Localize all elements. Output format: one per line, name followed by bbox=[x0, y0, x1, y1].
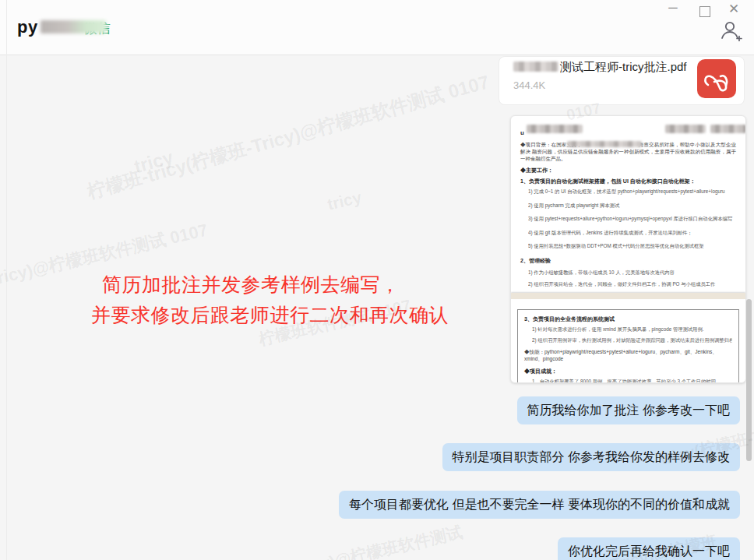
scrollbar-thumb[interactable] bbox=[746, 299, 752, 461]
resume-line: 3) 使用 pytest+requests+allure+python+logu… bbox=[528, 216, 736, 223]
resume-line: 2) 组织召开用例评审，执行测试用例，对缺陷验证并跟踪问题，测试结束后进行用例调… bbox=[532, 337, 732, 344]
chat-bubble[interactable]: 你优化完后再给我确认一下吧 bbox=[558, 537, 740, 560]
maximize-icon[interactable] bbox=[699, 6, 710, 17]
resume-line: ◆主要工作： bbox=[520, 167, 736, 174]
chat-bubble[interactable]: 简历我给你加了批注 你参考改一下吧 bbox=[517, 396, 740, 424]
resume-line: 2) 使用 pycharm 完成 playwright 脚本测试 bbox=[528, 203, 736, 210]
blurred-tag-block bbox=[665, 125, 706, 133]
resume-header: u bbox=[520, 124, 736, 135]
resume-line: 2) 组织召开项目站会，迭代会，回顾会，做好文件归档工作，协调 PO 与小组成员… bbox=[528, 281, 736, 288]
resume-line: 1) 针对每次需求进行分析，使用 xmind 展开头脑风暴，pingcode 管… bbox=[532, 326, 732, 333]
resume-line: 1、负责项目的自动化测试框架搭建，包括 UI 自动化和接口自动化框架： bbox=[520, 178, 736, 185]
resume-project-background: ◆项目背景：在国家支持了 海票交易所对接，帮助中小微以及大型企业解决 融资问题，… bbox=[520, 141, 736, 162]
page-break-strip bbox=[511, 293, 745, 299]
red-annotation-line1: 简历加批注并发参考样例去编写， bbox=[102, 272, 400, 298]
watermark-text: 柠檬班-tricy(柠檬班-Tricy)@柠檬班软件测试 0107 bbox=[84, 69, 492, 205]
resume-preview-image[interactable]: u ◆项目背景：在国家支持了 海票交易所对接，帮助中小微以及大型企业解决 融资问… bbox=[510, 115, 746, 383]
page-gap bbox=[520, 299, 736, 309]
blurred-company-block bbox=[567, 141, 642, 147]
resume-line: 1、自动化框架覆盖了 8000 用例，提高了功能测试效率，节约至少 3 个工作日… bbox=[532, 379, 732, 384]
resume-line: 1) 作为小组敏捷教练，带领小组成员 10 人，完美落地每次迭代内容 bbox=[528, 269, 736, 276]
watermark-text: 班-Tricy)@柠檬班软件测试 bbox=[269, 521, 464, 560]
minimize-icon[interactable]: ─ bbox=[664, 0, 682, 16]
watermark-text: tricy bbox=[132, 146, 175, 178]
wechat-chat-window: py微信 ─ ✕ 测试工程师-tricy批注.pdf 344.4K u ◆项目背… bbox=[0, 0, 754, 560]
blurred-name-block bbox=[527, 125, 583, 133]
blurred-tag-block bbox=[710, 125, 746, 133]
pdf-attachment-card[interactable]: 测试工程师-tricy批注.pdf 344.4K bbox=[499, 56, 745, 105]
pdf-icon bbox=[697, 59, 736, 98]
pdf-filename: 测试工程师-tricy批注.pdf bbox=[513, 60, 687, 75]
pdf-filesize: 344.4K bbox=[513, 79, 545, 91]
resume-skills-line: ◆技能：python+playwright/requests+pytest+al… bbox=[524, 349, 732, 363]
resume-name-fragment: u bbox=[520, 129, 524, 136]
close-icon[interactable]: ✕ bbox=[724, 2, 743, 17]
resume-line: 4) 使用 git 版本管理代码，Jenkins 进行持续集成测试，开发送结果到… bbox=[528, 230, 736, 237]
chat-title: py微信 bbox=[17, 17, 111, 37]
blurred-filename-prefix bbox=[513, 62, 558, 72]
chat-bubble[interactable]: 特别是项目职责部分 你参考我给你发的样例去修改 bbox=[442, 443, 740, 471]
watermark-text: tricy bbox=[326, 188, 364, 213]
resume-line: 2、管理经验 bbox=[520, 257, 736, 265]
window-left-border bbox=[6, 0, 7, 560]
title-bar bbox=[0, 0, 754, 55]
resume-line: ◆项目成就： bbox=[524, 368, 732, 375]
resume-line: 5) 使用封装思想+数据驱动 DDT+POM 模式+代码分层思想等优化自动化测试… bbox=[528, 243, 736, 250]
chat-title-text: py bbox=[17, 17, 38, 37]
red-annotation-line2: 并要求修改后跟老师进行二次和再次确认 bbox=[91, 302, 449, 328]
blurred-title-segment bbox=[41, 20, 106, 33]
resume-page2-box: 3、负责项目的全业务流程的系统测试 1) 针对每次需求进行分析，使用 xmind… bbox=[517, 309, 739, 384]
resume-line: 1) 完成 0~1 的 UI 自动化框架，技术选型 python+playwri… bbox=[528, 188, 736, 195]
chat-bubble[interactable]: 每个项目都要优化 但是也不要完全一样 要体现你的不同的价值和成就 bbox=[339, 491, 740, 519]
resume-line: 3、负责项目的全业务流程的系统测试 bbox=[524, 315, 732, 323]
add-person-icon[interactable] bbox=[718, 19, 743, 44]
